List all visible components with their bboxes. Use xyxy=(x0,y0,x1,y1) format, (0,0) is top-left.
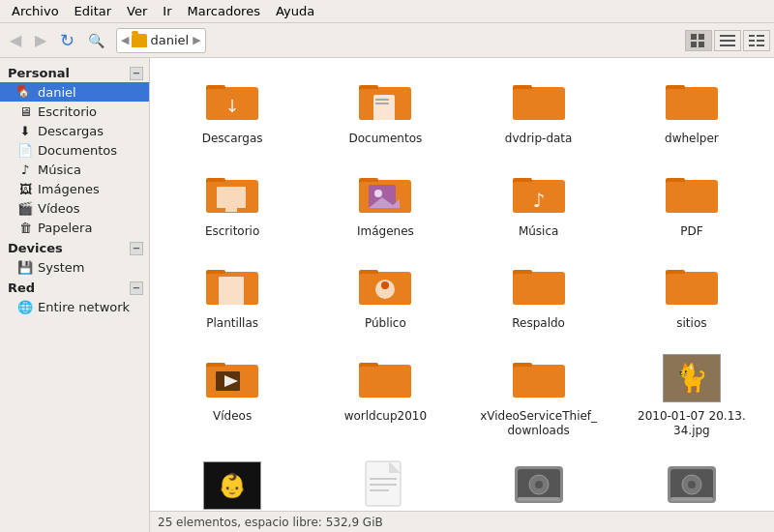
file-item-escritorio[interactable]: Escritorio xyxy=(160,161,305,246)
music-icon: ♪ xyxy=(17,162,33,177)
svg-rect-3 xyxy=(699,42,704,47)
sidebar-devices-header: Devices − xyxy=(0,237,149,257)
view-list-button[interactable] xyxy=(714,30,741,51)
sidebar-label-entire-network: Entire network xyxy=(38,300,130,314)
sidebar-label-escritorio: Escritorio xyxy=(38,104,97,119)
file-item-documentos[interactable]: Documentos xyxy=(313,68,458,153)
file-item-plantillas[interactable]: Plantillas xyxy=(160,252,305,338)
sidebar-item-entire-network[interactable]: 🌐 Entire network xyxy=(0,297,149,316)
file-item-bscap0004[interactable]: 👶bscap0004.jpg xyxy=(160,453,305,511)
svg-rect-26 xyxy=(375,99,389,101)
menu-ir[interactable]: Ir xyxy=(155,2,179,20)
file-label-sitios: sitios xyxy=(676,316,706,332)
statusbar-info: 25 elementos, espacio libre: 532,9 GiB xyxy=(158,516,383,529)
back-button[interactable]: ◀ xyxy=(4,27,27,53)
sidebar-item-system[interactable]: 💾 System xyxy=(0,257,149,277)
file-item-ejemplos[interactable]: Ejemplos xyxy=(313,453,458,511)
sidebar-red-header: Red − xyxy=(0,277,149,297)
svg-rect-90 xyxy=(515,369,563,396)
file-item-labo80[interactable]: Labo_EPET_80GB. xyxy=(619,453,764,511)
sidebar-item-imagenes[interactable]: 🖼 Imágenes xyxy=(0,179,149,198)
file-item-videos[interactable]: Vídeos xyxy=(160,345,305,445)
file-label-xvideo: xVideoServiceThief_ downloads xyxy=(472,409,606,439)
menu-ayuda[interactable]: Ayuda xyxy=(268,2,322,20)
menu-archivo[interactable]: Archivo xyxy=(4,2,67,20)
file-icon-dwhelper xyxy=(661,74,723,128)
file-icon-worldcup2010 xyxy=(354,351,416,405)
file-item-descargas[interactable]: ↓ Descargas xyxy=(160,68,305,153)
svg-rect-1 xyxy=(699,34,704,40)
forward-button[interactable]: ▶ xyxy=(29,27,52,53)
menu-marcadores[interactable]: Marcadores xyxy=(180,2,268,20)
svg-point-68 xyxy=(381,281,389,289)
svg-rect-40 xyxy=(217,187,246,208)
svg-rect-6 xyxy=(720,44,735,46)
search-button[interactable]: 🔍 xyxy=(82,29,110,52)
devices-collapse-btn[interactable]: − xyxy=(130,242,143,255)
location-fwd-arrow: ▶ xyxy=(193,34,200,46)
file-icon-photo2010: 🐈 xyxy=(661,351,723,405)
file-item-photo2010[interactable]: 🐈2010-01-07 20.13. 34.jpg xyxy=(619,345,764,445)
sidebar-label-daniel: daniel xyxy=(38,85,76,100)
personal-label: Personal xyxy=(8,66,70,80)
view-icons-button[interactable] xyxy=(685,30,712,51)
personal-collapse-btn[interactable]: − xyxy=(130,67,143,80)
file-item-pdf[interactable]: PDF xyxy=(619,161,764,246)
file-item-dwhelper[interactable]: dwhelper xyxy=(619,68,764,153)
download-icon: ⬇ xyxy=(17,123,33,138)
svg-rect-100 xyxy=(518,497,560,501)
file-label-imagenes: Imágenes xyxy=(357,224,414,240)
menubar: Archivo Editar Ver Ir Marcadores Ayuda xyxy=(0,0,774,23)
file-item-imagenes[interactable]: Imágenes xyxy=(313,161,458,246)
location-text: daniel xyxy=(150,33,189,47)
svg-text:🏠: 🏠 xyxy=(18,87,30,99)
file-label-descargas: Descargas xyxy=(202,132,263,147)
menu-ver[interactable]: Ver xyxy=(119,2,155,20)
svg-rect-9 xyxy=(749,40,755,42)
svg-rect-4 xyxy=(720,35,735,37)
file-item-musica[interactable]: ♪ Música xyxy=(466,161,611,246)
network-icon: 🌐 xyxy=(17,299,33,314)
file-label-musica: Música xyxy=(519,224,559,240)
sidebar-item-musica[interactable]: ♪ Música xyxy=(0,160,149,179)
view-compact-button[interactable] xyxy=(743,30,770,51)
file-icon-respaldo xyxy=(508,258,570,312)
sidebar-item-escritorio[interactable]: 🖥 Escritorio xyxy=(0,102,149,121)
file-item-dvdrip-data[interactable]: dvdrip-data xyxy=(466,68,611,153)
file-item-respaldo[interactable]: Respaldo xyxy=(466,252,611,338)
docs-icon: 📄 xyxy=(17,142,33,158)
svg-rect-72 xyxy=(515,276,563,303)
reload-button[interactable]: ↻ xyxy=(54,26,80,55)
file-item-worldcup2010[interactable]: worldcup2010 xyxy=(313,345,458,445)
file-label-pdf: PDF xyxy=(680,224,702,240)
file-icon-plantillas xyxy=(201,258,263,312)
file-label-respaldo: Respaldo xyxy=(512,316,565,332)
svg-rect-27 xyxy=(375,103,389,104)
file-label-dwhelper: dwhelper xyxy=(665,132,719,147)
sidebar-item-papelera[interactable]: 🗑 Papelera xyxy=(0,218,149,237)
file-icon-documentos xyxy=(354,74,416,128)
file-icon-musica: ♪ xyxy=(508,166,570,221)
svg-rect-41 xyxy=(225,208,237,212)
sidebar-item-descargas[interactable]: ⬇ Descargas xyxy=(0,121,149,140)
statusbar: 25 elementos, espacio libre: 532,9 GiB xyxy=(150,511,774,532)
file-label-dvdrip-data: dvdrip-data xyxy=(505,132,573,147)
sidebar-item-documentos[interactable]: 📄 Documentos xyxy=(0,140,149,160)
svg-point-99 xyxy=(535,481,543,488)
sidebar-label-videos: Vídeos xyxy=(38,201,79,216)
file-icon-xvideo xyxy=(508,351,570,405)
sidebar-item-videos[interactable]: 🎬 Vídeos xyxy=(0,198,149,218)
svg-rect-10 xyxy=(757,40,764,42)
svg-rect-12 xyxy=(757,44,764,46)
file-item-laboepet160[interactable]: LaboEPET160GB.raw xyxy=(466,453,611,511)
menu-editar[interactable]: Editar xyxy=(67,2,120,20)
file-item-sitios[interactable]: sitios xyxy=(619,252,764,338)
svg-point-47 xyxy=(374,190,382,197)
red-collapse-btn[interactable]: − xyxy=(130,281,143,295)
file-item-publico[interactable]: Público xyxy=(313,252,458,338)
file-item-xvideo[interactable]: xVideoServiceThief_ downloads xyxy=(466,345,611,445)
svg-rect-76 xyxy=(668,276,716,303)
images-icon: 🖼 xyxy=(17,181,33,196)
sidebar-item-daniel[interactable]: 🏠 daniel xyxy=(0,82,149,102)
svg-rect-93 xyxy=(370,478,397,480)
